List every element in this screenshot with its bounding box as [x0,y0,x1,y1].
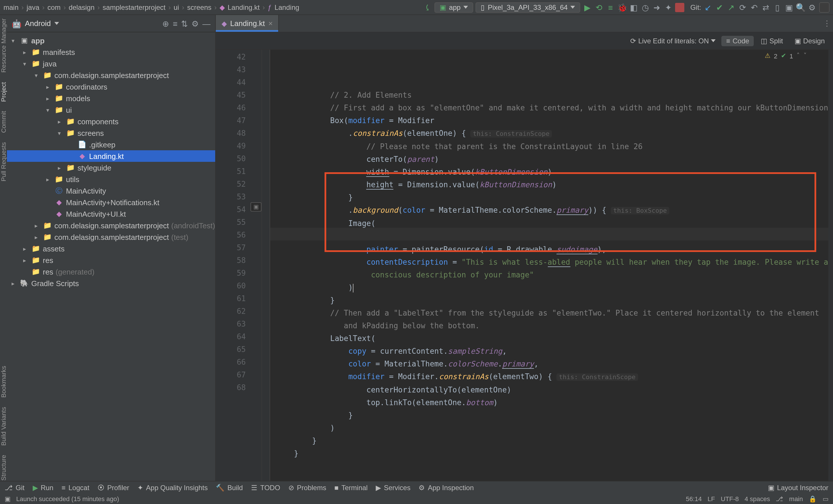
tool-problems[interactable]: ⊘Problems [288,483,326,492]
code-editor[interactable]: // 2. Add Elements // First add a box as… [270,50,828,481]
tree-folder[interactable]: 📁components [7,116,215,127]
editor-body[interactable]: 4243444546474849505152535455565758596061… [216,50,833,481]
run-button-icon[interactable]: ▶ [583,3,592,12]
tool-layout-inspector[interactable]: ▣Layout Inspector [768,483,828,492]
breadcrumb-function[interactable]: Landing [275,3,299,11]
rail-structure[interactable]: Structure [0,455,7,481]
target-icon[interactable]: ⊕ [162,19,169,28]
tree-folder[interactable]: 📁res [7,254,215,266]
attach-icon[interactable]: ➜ [652,3,662,12]
breadcrumb-item[interactable]: java [27,3,39,11]
breadcrumb[interactable]: main› java› com› delasign› samplestarter… [3,3,300,11]
git-commit-icon[interactable]: ✔ [715,3,724,12]
tool-todo[interactable]: ☰TODO [251,483,280,492]
view-split-button[interactable]: ◫Split [756,35,788,46]
file-encoding[interactable]: UTF-8 [721,495,739,502]
tab-menu-icon[interactable]: ⋮ [818,15,833,32]
device-selector[interactable]: ▯ Pixel_3a_API_33_x86_64 [476,2,580,12]
gutter-icons[interactable]: ▣ [251,50,262,481]
rail-bookmarks[interactable]: Bookmarks [0,366,7,398]
next-highlight-icon[interactable]: ˅ [804,52,807,59]
tree-file[interactable]: ⒸMainActivity [7,185,215,197]
inspection-summary[interactable]: ⚠2 ✔1 ˄ ˅ [765,52,807,59]
line-separator[interactable]: LF [708,495,715,502]
view-code-button[interactable]: ≡Code [722,35,754,46]
tree-package[interactable]: 📁com.delasign.samplestarterproject [7,69,215,81]
coverage-icon[interactable]: ◧ [629,3,638,12]
settings-icon[interactable]: ⚙ [808,3,817,12]
run-config-selector[interactable]: ▣ app [434,2,473,12]
rail-project[interactable]: Project [0,82,7,102]
rail-resource-manager[interactable]: Resource Manager [0,19,7,73]
breadcrumb-item[interactable]: com [47,3,61,11]
live-edit-toggle[interactable]: ⟳ Live Edit of literals: ON [630,37,716,45]
sync-icon[interactable]: ⇄ [761,3,770,12]
tool-git[interactable]: ⎇Git [5,483,25,492]
git-history-icon[interactable]: ⟳ [738,3,747,12]
breadcrumb-item[interactable]: ui [173,3,179,11]
sort-icon[interactable]: ≡ [173,19,177,28]
tree-folder[interactable]: 📁ui [7,104,215,116]
caret-position[interactable]: 56:14 [686,495,702,502]
tool-terminal[interactable]: ■Terminal [334,483,367,492]
tool-window-icon[interactable]: ▣ [5,495,10,503]
tree-file[interactable]: ◆MainActivity+Notifications.kt [7,197,215,208]
tree-folder[interactable]: 📁screens [7,127,215,139]
tree-package[interactable]: 📁com.delasign.samplestarterproject(test) [7,231,215,243]
tree-folder[interactable]: 📁utils [7,173,215,185]
tree-folder[interactable]: 📁res(generated) [7,266,215,277]
tree-file[interactable]: ◆MainActivity+UI.kt [7,208,215,220]
git-rollback-icon[interactable]: ↶ [750,3,759,12]
rail-commit[interactable]: Commit [0,111,7,133]
indent-setting[interactable]: 4 spaces [744,495,770,502]
view-design-button[interactable]: ▣Design [790,35,830,46]
avd-icon[interactable]: ▣ [784,3,794,12]
tree-file[interactable]: 📄.gitkeep [7,139,215,150]
rail-pull-requests[interactable]: Pull Requests [0,142,7,181]
fold-column[interactable] [262,50,270,481]
memory-icon[interactable]: ▭ [823,495,828,503]
project-tree[interactable]: ▣app 📁manifests 📁java 📁com.delasign.samp… [7,32,215,481]
avatar-icon[interactable] [819,2,830,12]
tool-logcat[interactable]: ≡Logcat [62,483,89,492]
tree-folder[interactable]: 📁assets [7,243,215,254]
tree-file-selected[interactable]: ◆Landing.kt [7,150,215,162]
profile-icon[interactable]: ◷ [641,3,650,12]
tree-folder[interactable]: 📁styleguide [7,162,215,173]
rail-build-variants[interactable]: Build Variants [0,407,7,446]
stop-icon[interactable] [675,3,685,12]
gear-icon[interactable]: ⚙ [191,19,199,28]
debug-icon[interactable]: 🐞 [618,3,627,12]
breadcrumb-item[interactable]: samplestarterproject [103,3,165,11]
breadcrumb-item[interactable]: screens [187,3,211,11]
lock-icon[interactable]: 🔒 [809,495,817,503]
tool-app-inspection[interactable]: ⚙App Inspection [419,483,474,492]
tree-folder[interactable]: 📁coordinators [7,81,215,93]
filter-icon[interactable]: ⇅ [181,19,188,28]
apply-changes-icon[interactable]: ⟲ [594,3,604,12]
search-icon[interactable]: 🔍 [796,3,805,12]
tree-folder[interactable]: 📁manifests [7,46,215,58]
tool-profiler[interactable]: ⦿Profiler [97,483,129,492]
device-icon[interactable]: ▯ [773,3,782,12]
git-update-icon[interactable]: ↙ [704,3,713,12]
error-stripe[interactable]: ⚠2 ✔1 ˄ ˅ [828,50,833,481]
more-icon[interactable]: ✦ [664,3,673,12]
tree-folder[interactable]: 📁java [7,58,215,69]
editor-tab[interactable]: ◆ Landing.kt × [216,15,279,32]
chevron-down-icon[interactable] [54,22,59,25]
tool-run[interactable]: ▶Run [33,483,53,492]
tool-services[interactable]: ▶Services [376,483,410,492]
tool-app-quality[interactable]: ✦App Quality Insights [137,483,208,492]
minimize-icon[interactable]: — [203,19,211,28]
project-view-name[interactable]: Android [25,19,51,28]
close-icon[interactable]: × [268,19,273,28]
apply-code-icon[interactable]: ≡ [606,3,615,12]
tree-package[interactable]: 📁com.delasign.samplestarterproject(andro… [7,220,215,231]
tool-build[interactable]: 🔨Build [216,483,243,492]
tree-module[interactable]: ▣app [7,35,215,46]
prev-highlight-icon[interactable]: ˄ [796,52,800,59]
breadcrumb-item[interactable]: main [3,3,19,11]
git-branch[interactable]: main [789,495,803,502]
line-number-gutter[interactable]: 4243444546474849505152535455565758596061… [216,50,251,481]
